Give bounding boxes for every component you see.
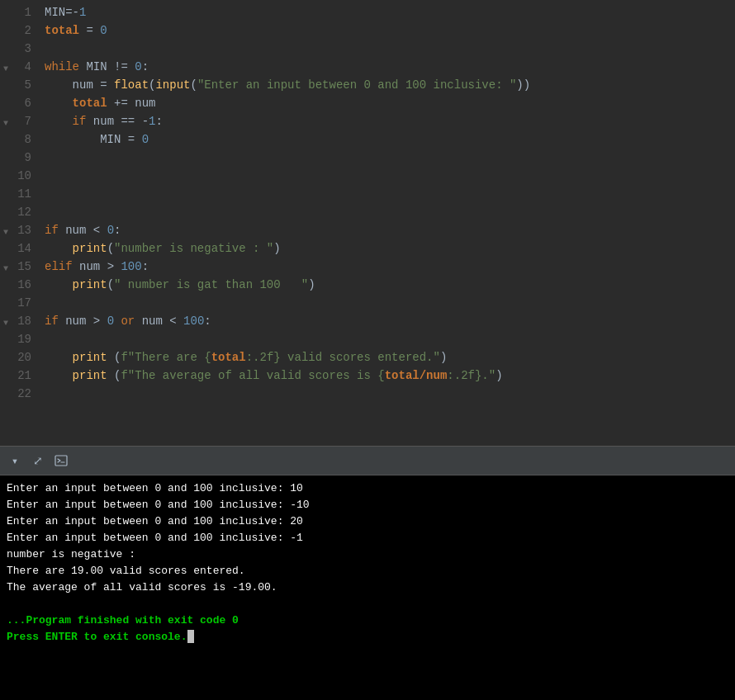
terminal: Enter an input between 0 and 100 inclusi… (0, 475, 735, 700)
code-line-4: 4 while MIN != 0: (0, 58, 735, 76)
line-num-14: 14 (0, 239, 41, 258)
line-num-6: 6 (0, 94, 41, 112)
code-content-18: if num > 0 or num < 100: (41, 312, 735, 330)
code-content-8: MIN = 0 (41, 130, 735, 149)
line-num-5: 5 (0, 76, 41, 94)
terminal-line-7: The average of all valid scores is -19.0… (7, 579, 728, 596)
line-num-1: 1 (0, 3, 41, 21)
line-num-7: 7 (0, 112, 41, 130)
terminal-line-4: Enter an input between 0 and 100 inclusi… (7, 530, 728, 546)
code-line-19: 19 (0, 330, 735, 348)
code-content-21: print (f"The average of all valid scores… (41, 367, 735, 385)
line-num-13: 13 (0, 221, 41, 239)
terminal-line-1: Enter an input between 0 and 100 inclusi… (7, 480, 728, 497)
code-line-11: 11 (0, 185, 735, 203)
code-line-16: 16 print(" number is gat than 100 ") (0, 276, 735, 294)
terminal-cursor (187, 630, 194, 643)
code-content-20: print (f"There are {total:.2f} valid sco… (41, 348, 735, 367)
line-num-4: 4 (0, 58, 41, 76)
line-num-18: 18 (0, 312, 41, 330)
line-num-20: 20 (0, 348, 41, 367)
code-content-4: while MIN != 0: (41, 58, 735, 76)
code-editor[interactable]: 1 MIN=-1 2 total = 0 3 4 while MIN != 0:… (0, 0, 735, 446)
line-num-15: 15 (0, 258, 41, 276)
code-content-15: elif num > 100: (41, 258, 735, 276)
code-line-12: 12 (0, 203, 735, 221)
code-content-16: print(" number is gat than 100 ") (41, 276, 735, 294)
code-lines: 1 MIN=-1 2 total = 0 3 4 while MIN != 0:… (0, 0, 735, 406)
terminal-line-10: Press ENTER to exit console. (7, 629, 728, 646)
terminal-line-3: Enter an input between 0 and 100 inclusi… (7, 513, 728, 530)
line-num-19: 19 (0, 330, 41, 348)
line-num-22: 22 (0, 385, 41, 403)
toolbar: ▾ ⤢ (0, 446, 735, 475)
code-line-22: 22 (0, 385, 735, 403)
code-line-10: 10 (0, 167, 735, 185)
line-num-8: 8 (0, 130, 41, 149)
code-line-5: 5 num = float(input("Enter an input betw… (0, 76, 735, 94)
line-num-16: 16 (0, 276, 41, 294)
code-line-1: 1 MIN=-1 (0, 3, 735, 21)
code-line-20: 20 print (f"There are {total:.2f} valid … (0, 348, 735, 367)
code-line-8: 8 MIN = 0 (0, 130, 735, 149)
code-line-18: 18 if num > 0 or num < 100: (0, 312, 735, 330)
code-content-1: MIN=-1 (41, 3, 735, 21)
code-content-13: if num < 0: (41, 221, 735, 239)
code-content-14: print("number is negative : ") (41, 239, 735, 258)
chevron-down-icon[interactable]: ▾ (7, 452, 23, 469)
code-line-7: 7 if num == -1: (0, 112, 735, 130)
code-line-3: 3 (0, 40, 735, 58)
svg-rect-0 (55, 456, 67, 466)
code-line-14: 14 print("number is negative : ") (0, 239, 735, 258)
code-line-9: 9 (0, 149, 735, 167)
line-num-10: 10 (0, 167, 41, 185)
code-line-17: 17 (0, 294, 735, 312)
line-num-17: 17 (0, 294, 41, 312)
code-line-13: 13 if num < 0: (0, 221, 735, 239)
line-num-11: 11 (0, 185, 41, 203)
line-num-2: 2 (0, 21, 41, 40)
terminal-line-8 (7, 596, 728, 612)
code-line-15: 15 elif num > 100: (0, 258, 735, 276)
terminal-line-2: Enter an input between 0 and 100 inclusi… (7, 497, 728, 513)
code-content-6: total += num (41, 94, 735, 112)
line-num-9: 9 (0, 149, 41, 167)
terminal-line-6: There are 19.00 valid scores entered. (7, 563, 728, 579)
code-content-7: if num == -1: (41, 112, 735, 130)
code-line-21: 21 print (f"The average of all valid sco… (0, 367, 735, 385)
code-line-6: 6 total += num (0, 94, 735, 112)
terminal-icon[interactable] (53, 452, 69, 469)
line-num-3: 3 (0, 40, 41, 58)
terminal-line-5: number is negative : (7, 546, 728, 563)
code-content-5: num = float(input("Enter an input betwee… (41, 76, 735, 94)
line-num-21: 21 (0, 367, 41, 385)
terminal-line-9: ...Program finished with exit code 0 (7, 612, 728, 629)
code-content-2: total = 0 (41, 21, 735, 40)
line-num-12: 12 (0, 203, 41, 221)
expand-icon[interactable]: ⤢ (30, 452, 46, 469)
code-line-2: 2 total = 0 (0, 21, 735, 40)
